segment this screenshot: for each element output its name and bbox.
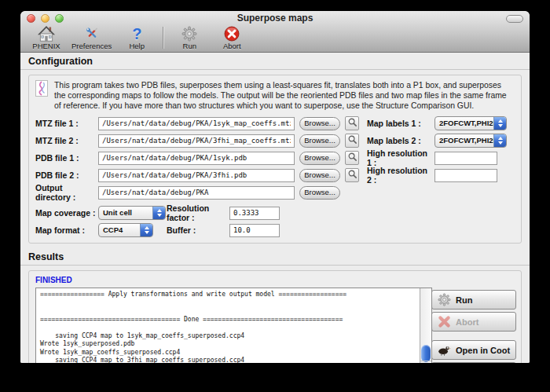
resolution-factor-label: Resolution factor : (167, 203, 229, 222)
toolbar-phenix-button[interactable]: PHENIX (25, 25, 68, 50)
pdb-file-2-input[interactable] (98, 169, 295, 182)
toolbar-help-button[interactable]: ? Help (116, 25, 158, 50)
mtz-file-2-label: MTZ file 2 : (35, 136, 98, 145)
pdb-file-1-row: PDB file 1 : Browse... High resolution 1… (32, 149, 518, 167)
popup-arrows-icon (493, 117, 506, 130)
scrollbar-thumb[interactable] (421, 345, 431, 362)
console-scrollbar[interactable] (420, 288, 431, 363)
popup-arrows-icon (152, 207, 165, 219)
output-directory-browse-button[interactable]: Browse... (299, 186, 340, 200)
action-buttons: Run Abort (431, 290, 516, 363)
buffer-input[interactable] (229, 224, 280, 237)
status-text: FINISHED (35, 276, 426, 284)
magnifier-icon (347, 152, 358, 164)
mtz-file-1-row: MTZ file 1 : Browse... Map labels 1 : 2F… (32, 115, 518, 132)
configuration-panel: This program takes two PDB files, superp… (28, 75, 522, 244)
pdb-file-2-row: PDB file 2 : Browse... High resolution 2… (32, 167, 518, 184)
mtz-file-2-view-button[interactable] (345, 134, 359, 148)
gear-icon (182, 25, 197, 42)
abort-icon (224, 25, 240, 42)
map-labels-2-dropdown[interactable]: 2FOFCWT,PHI2FOF... (434, 134, 507, 148)
output-directory-label: Output directory : (35, 183, 98, 202)
toolbar: PHENIX Pref (20, 25, 530, 52)
map-format-label: Map format : (35, 225, 98, 235)
abort-button[interactable]: Abort (431, 312, 516, 332)
magnifier-icon (347, 117, 358, 130)
output-directory-row: Output directory : Browse... (32, 184, 518, 201)
toolbar-abort-button[interactable]: Abort (211, 25, 253, 50)
output-directory-input[interactable] (98, 186, 295, 200)
open-in-coot-button[interactable]: Open in Coot (431, 340, 516, 360)
configuration-heading: Configuration (20, 53, 530, 70)
main-content: Configuration This program takes two PDB… (20, 53, 530, 363)
pdb-file-1-input[interactable] (98, 152, 295, 165)
map-labels-1-label: Map labels 1 : (367, 119, 433, 128)
toolbar-toggle-button[interactable] (506, 15, 523, 23)
toolbar-separator (163, 27, 163, 49)
tools-icon (83, 25, 101, 42)
coot-bird-icon (437, 343, 451, 357)
app-window: Superpose maps PHENIX (20, 11, 530, 363)
buffer-label: Buffer : (167, 225, 229, 235)
abort-x-icon (437, 315, 451, 329)
high-resolution-2-input[interactable] (434, 169, 497, 182)
window-header: Superpose maps PHENIX (20, 11, 530, 53)
question-icon: ? (132, 25, 141, 42)
toolbar-help-label: Help (129, 42, 145, 50)
traffic-lights (27, 14, 64, 23)
pdb-file-1-browse-button[interactable]: Browse... (299, 152, 340, 165)
results-panel: FINISHED ================= Apply transfo… (28, 270, 522, 363)
zoom-button[interactable] (55, 14, 64, 23)
pdb-file-2-view-button[interactable] (345, 168, 359, 182)
popup-arrows-icon (140, 224, 152, 236)
window-title: Superpose maps (20, 13, 530, 24)
toolbar-preferences-label: Preferences (72, 42, 112, 50)
pdb-file-1-label: PDB file 1 : (35, 153, 98, 163)
toolbar-phenix-label: PHENIX (32, 42, 60, 50)
map-labels-2-label: Map labels 2 : (367, 136, 433, 145)
mtz-file-1-label: MTZ file 1 : (35, 119, 98, 128)
mtz-file-2-input[interactable] (98, 134, 295, 148)
ribbon-molecule-icon (35, 80, 48, 111)
log-console: ================= Apply transformations … (35, 288, 432, 363)
high-resolution-1-input[interactable] (434, 152, 497, 165)
map-format-row: Map format : CCP4 Buffer : (32, 222, 518, 239)
pdb-file-1-view-button[interactable] (345, 151, 359, 165)
mtz-file-1-view-button[interactable] (345, 116, 359, 130)
close-button[interactable] (27, 14, 35, 23)
resolution-factor-input[interactable] (229, 207, 280, 220)
scroll-up-button[interactable] (420, 361, 431, 363)
mtz-file-2-browse-button[interactable]: Browse... (299, 134, 340, 148)
pdb-file-2-browse-button[interactable]: Browse... (299, 169, 340, 182)
map-format-dropdown[interactable]: CCP4 (98, 223, 153, 237)
map-coverage-dropdown[interactable]: Unit cell (98, 206, 166, 220)
high-resolution-1-label: High resolution 1 : (367, 148, 433, 167)
toolbar-abort-label: Abort (223, 42, 241, 50)
open-in-pymol-button[interactable]: Open in PyMOL (431, 362, 516, 363)
mtz-file-1-browse-button[interactable]: Browse... (299, 117, 340, 130)
run-button[interactable]: Run (431, 290, 516, 310)
pdb-file-2-label: PDB file 2 : (35, 170, 98, 180)
high-resolution-2-label: High resolution 2 : (367, 166, 433, 185)
magnifier-icon (347, 169, 358, 181)
log-output[interactable]: ================= Apply transformations … (36, 288, 420, 363)
magnifier-icon (347, 134, 358, 147)
minimize-button[interactable] (41, 14, 50, 23)
map-coverage-label: Map coverage : (35, 208, 98, 218)
gear-icon (437, 293, 451, 307)
map-coverage-row: Map coverage : Unit cell Resolution fact… (32, 204, 518, 222)
program-description: This program takes two PDB files, superp… (54, 80, 514, 111)
toolbar-run-label: Run (183, 42, 196, 50)
results-heading: Results (20, 248, 530, 266)
toolbar-preferences-button[interactable]: Preferences (68, 25, 116, 50)
home-icon (37, 25, 56, 42)
titlebar[interactable]: Superpose maps (20, 11, 530, 25)
popup-arrows-icon (493, 134, 506, 147)
mtz-file-1-input[interactable] (98, 117, 295, 130)
mtz-file-2-row: MTZ file 2 : Browse... Map labels 2 : 2F… (32, 132, 518, 149)
toolbar-run-button[interactable]: Run (168, 25, 211, 50)
map-labels-1-dropdown[interactable]: 2FOFCWT,PHI2FOF... (434, 116, 507, 130)
